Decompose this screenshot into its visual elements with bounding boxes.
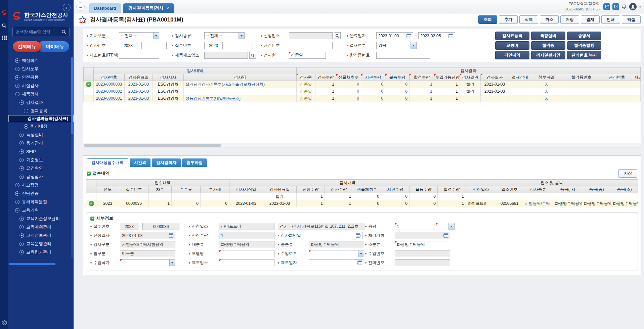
category-small-field[interactable]: 화생방수탁용역 — [395, 241, 450, 248]
sidebar-item[interactable]: −교육기획 — [8, 206, 74, 215]
complete-date-from-input[interactable]: 2023-01-03 — [376, 32, 413, 39]
specimen-count-link[interactable]: 0 — [381, 96, 383, 101]
tree-minus-icon[interactable]: − — [24, 109, 28, 113]
receipt-no-year-input[interactable]: 2023 — [204, 42, 223, 49]
specimen-count-link[interactable]: 0 — [381, 82, 383, 87]
complete-date-to-input[interactable]: 2023-02-05 — [418, 32, 455, 39]
sidebar-item[interactable]: +공장심사 — [8, 173, 74, 181]
sidebar-item[interactable]: +SEIP — [8, 147, 74, 156]
column-header[interactable]: 합격수량 — [410, 74, 434, 81]
column-header[interactable]: 수수료 — [172, 186, 201, 193]
tree-plus-icon[interactable]: + — [19, 166, 24, 171]
calendar-icon[interactable] — [443, 233, 448, 238]
inspection-type-select[interactable]: -- 전체 -- — [204, 32, 245, 39]
tree-minus-icon[interactable]: − — [19, 100, 24, 105]
pass-cert-issue-button[interactable]: 합격증발행 — [567, 41, 601, 50]
column-header[interactable]: 관리번호 — [601, 74, 633, 81]
print-button[interactable]: 인쇄 — [601, 15, 620, 24]
column-header[interactable]: 수입가능잔량 — [434, 74, 460, 81]
calendar-icon[interactable] — [406, 34, 411, 38]
inspection-no-link[interactable]: 2023-0000003 — [96, 82, 122, 87]
pass-count-link[interactable]: 1 — [430, 89, 432, 94]
chevron-down-icon[interactable] — [169, 260, 175, 266]
complete-date-link[interactable]: 2023-01-03 — [128, 82, 149, 87]
column-header[interactable]: 검사완료일 — [125, 74, 153, 81]
table-row[interactable]: 2023-0000001 2023-01-03 ESG경영처 성능검정기록부(내… — [84, 95, 641, 102]
chevron-down-icon[interactable]: ∨ — [639, 5, 641, 8]
fail-count-link[interactable]: 0 — [405, 82, 407, 87]
column-header[interactable]: 검사종류 — [523, 186, 553, 193]
selected-check-icon[interactable]: ✓ — [86, 82, 91, 87]
calendar-icon[interactable] — [356, 233, 360, 238]
column-header[interactable]: 불능수량 — [385, 74, 410, 81]
make-date-field[interactable]: - - — [309, 259, 364, 266]
all-menu-button[interactable]: 전체메뉴 — [13, 41, 41, 52]
tree-plus-icon[interactable]: + — [19, 141, 24, 145]
settings-gear-icon[interactable] — [1, 320, 7, 326]
sidebar-item[interactable]: +교육운영관리 — [8, 240, 74, 248]
chevron-down-icon[interactable] — [153, 33, 159, 39]
hope-date-field[interactable]: - - — [309, 232, 362, 239]
maker-field[interactable] — [219, 259, 274, 266]
column-header[interactable]: 신청업소 — [466, 186, 496, 193]
calendar-icon[interactable] — [169, 233, 173, 238]
external-link-icon[interactable] — [603, 3, 610, 10]
column-header[interactable]: 신청수량 — [297, 186, 325, 193]
approve-button[interactable]: 결재 — [581, 15, 600, 24]
sidebar-item[interactable]: −검사결과 — [8, 98, 74, 107]
sidebar-item[interactable]: +교육기준정보관리 — [8, 215, 74, 223]
tree-plus-icon[interactable]: + — [19, 233, 24, 238]
tab-dashboard[interactable]: Dashboard — [89, 3, 121, 13]
tree-minus-icon[interactable]: − — [15, 208, 19, 213]
sidebar-item[interactable]: +안전공통 — [8, 73, 74, 82]
close-icon[interactable]: × — [166, 6, 169, 11]
receipt-no-serial-input[interactable]: ------- — [227, 42, 252, 49]
inspection-no-link[interactable]: 2023-0000001 — [96, 96, 122, 101]
inspection-no-link[interactable]: 2023-0000002 — [96, 89, 122, 94]
sidebar-item[interactable]: +진단인증 — [8, 189, 74, 198]
excel-button[interactable]: 엑셀 — [622, 15, 641, 24]
calendar-icon[interactable] — [448, 34, 453, 38]
search-icon[interactable] — [249, 52, 256, 59]
sample-count-link[interactable]: 0 — [357, 89, 359, 94]
capacity-field[interactable]: 1 — [395, 223, 434, 230]
column-header[interactable]: 결재상태 — [509, 74, 531, 81]
user-avatar[interactable] — [629, 3, 637, 10]
fail-count-link[interactable]: 0 — [405, 96, 407, 101]
tree-plus-icon[interactable]: + — [15, 183, 19, 187]
cancel-button[interactable]: 취소 — [540, 15, 559, 24]
complete-date-link[interactable]: 2023-01-03 — [128, 96, 149, 101]
sidebar-item[interactable]: +유해화학물질 — [8, 198, 74, 206]
tab-witness[interactable]: 검사입회자 — [152, 158, 181, 167]
tab-inspection-result[interactable]: 검사결과등록(검사× — [123, 3, 174, 13]
batch-draft-button[interactable]: 검사일괄기안 — [531, 51, 565, 59]
selected-check-icon[interactable]: ✓ — [89, 201, 94, 206]
add-button[interactable]: 추가 — [499, 15, 518, 24]
tab-overtime[interactable]: 시간외 — [130, 158, 151, 167]
fail-count-link[interactable]: 0 — [405, 89, 407, 94]
inspection-no-year-input[interactable]: 2023 — [119, 42, 137, 49]
column-header[interactable]: 품목(소) — [611, 186, 638, 193]
sidebar-item[interactable]: +시설검사 — [8, 82, 74, 90]
column-header[interactable]: 시편수량 — [381, 186, 410, 193]
column-header[interactable]: 년도 — [96, 186, 119, 193]
hamburger-menu-button[interactable]: ≡ — [76, 2, 85, 11]
tree-plus-icon[interactable]: + — [19, 242, 24, 246]
table-row[interactable]: ✓ 2023-0000003 2023-01-03 ESG경영처 설계단계검사기… — [84, 81, 641, 88]
inspection-name-link[interactable]: 설계단계검사기록부(가스누출경보차단장치) — [185, 82, 265, 87]
chevron-down-icon[interactable] — [358, 250, 364, 257]
attachment-link[interactable]: X — [545, 82, 548, 87]
calendar-icon[interactable] — [357, 261, 362, 265]
inspector-link[interactable]: 김종일 — [300, 89, 312, 94]
tree-plus-icon[interactable]: + — [19, 175, 24, 179]
column-header[interactable]: 불능수량 — [410, 186, 438, 193]
inspector-link[interactable]: 김종일 — [300, 82, 312, 87]
column-header[interactable]: 검사수량 — [325, 186, 353, 193]
transport-fee-button[interactable]: 교통비 — [495, 41, 529, 50]
search-icon[interactable] — [2, 23, 7, 28]
chevron-down-icon[interactable] — [411, 42, 416, 49]
horizontal-scrollbar-thumb[interactable] — [84, 144, 221, 147]
import-country-select[interactable] — [120, 259, 175, 266]
tab-receipt-list[interactable]: 검사대상접수내역 — [87, 158, 128, 167]
column-header[interactable]: 차수 — [149, 186, 172, 193]
